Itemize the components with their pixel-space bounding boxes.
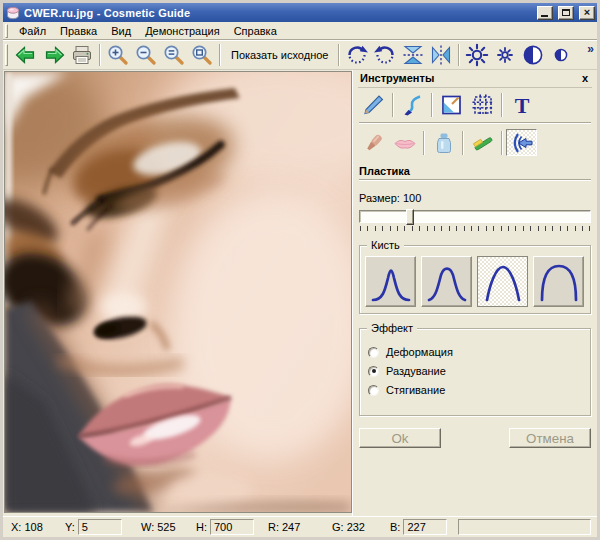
selection-tool-button[interactable] xyxy=(467,91,498,118)
contrast-large-button[interactable] xyxy=(519,42,547,68)
title-bar[interactable]: CWER.ru.jpg - Cosmetic Guide × xyxy=(3,3,597,22)
forward-button[interactable] xyxy=(40,42,68,68)
text-tool-button[interactable]: T xyxy=(506,91,537,118)
contrast-large-icon xyxy=(521,43,545,67)
text-tool-icon: T xyxy=(509,93,535,117)
minimize-button[interactable] xyxy=(537,6,553,20)
menu-edit[interactable]: Правка xyxy=(53,23,104,39)
toothbrush-tool-icon xyxy=(470,131,496,155)
status-y-box: 5 xyxy=(78,519,122,535)
status-g-label: G: xyxy=(332,521,344,533)
rotate-ccw-icon xyxy=(373,43,397,67)
status-w-label: W: xyxy=(141,521,154,533)
brightness-small-button[interactable] xyxy=(491,42,519,68)
tool-separator xyxy=(392,93,394,117)
brush-groupbox: Кисть xyxy=(359,245,591,314)
menu-help[interactable]: Справка xyxy=(227,23,284,39)
status-bar: X: 108 Y: 5 W: 525 H: 700 R: 247 G: 232 … xyxy=(3,516,597,537)
effect-option-deformation[interactable]: Деформация xyxy=(368,346,582,358)
menu-demonstration[interactable]: Демонстрация xyxy=(138,23,227,39)
brush-curve-medium-icon xyxy=(424,260,470,304)
brush-curve-narrow-button[interactable] xyxy=(365,256,416,307)
maximize-icon xyxy=(562,9,570,16)
close-button[interactable]: × xyxy=(579,6,595,20)
print-icon xyxy=(70,43,94,67)
zoom-in-icon xyxy=(106,43,130,67)
status-x-label: X: xyxy=(11,521,21,533)
liquify-tool-icon xyxy=(509,131,535,155)
size-slider-thumb[interactable] xyxy=(406,209,414,225)
toolbar-separator xyxy=(458,44,460,66)
show-original-button[interactable]: Показать исходное xyxy=(224,43,335,67)
brightness-small-icon xyxy=(493,43,517,67)
pen-tool-icon xyxy=(361,93,387,117)
menu-grip[interactable] xyxy=(5,24,8,38)
slider-tick-marks xyxy=(360,226,590,231)
status-g-value: 232 xyxy=(347,521,365,533)
menu-bar: Файл Правка Вид Демонстрация Справка xyxy=(3,22,597,40)
brightness-large-button[interactable] xyxy=(463,42,491,68)
ok-button[interactable]: Ok xyxy=(359,428,441,448)
contrast-small-button[interactable] xyxy=(547,42,575,68)
tool-separator xyxy=(423,131,425,155)
brush-curve-dome-icon xyxy=(536,260,582,304)
brush-curve-medium-button[interactable] xyxy=(421,256,472,307)
rotate-ccw-button[interactable] xyxy=(371,42,399,68)
radio-icon-checked[interactable] xyxy=(368,366,379,377)
tools-panel-title: Инструменты xyxy=(360,72,434,84)
toolbar-separator xyxy=(219,44,221,66)
flip-horizontal-button[interactable] xyxy=(427,42,455,68)
lips-tool-button[interactable] xyxy=(389,129,420,156)
brush-curve-narrow-icon xyxy=(368,260,414,304)
status-b-label: B: xyxy=(390,521,400,533)
panel-close-button[interactable]: x xyxy=(579,72,591,84)
zoom-fit-button[interactable] xyxy=(188,42,216,68)
maximize-button[interactable] xyxy=(558,6,574,20)
zoom-out-icon xyxy=(134,43,158,67)
zoom-actual-button[interactable] xyxy=(160,42,188,68)
status-h-label: H: xyxy=(196,521,207,533)
rotate-cw-icon xyxy=(345,43,369,67)
zoom-in-button[interactable] xyxy=(104,42,132,68)
flip-vertical-button[interactable] xyxy=(399,42,427,68)
toolbar-separator xyxy=(338,44,340,66)
tools-panel: Инструменты x xyxy=(352,70,597,516)
status-b-value: 227 xyxy=(407,521,425,533)
status-message-box xyxy=(458,519,591,535)
forward-icon xyxy=(42,43,66,67)
cancel-button[interactable]: Отмена xyxy=(509,428,591,448)
radio-icon[interactable] xyxy=(368,385,379,396)
app-window: CWER.ru.jpg - Cosmetic Guide × Файл Прав… xyxy=(0,0,600,540)
effect-option-pucker[interactable]: Стягивание xyxy=(368,384,582,396)
print-button[interactable] xyxy=(68,42,96,68)
status-r: R: 247 xyxy=(268,521,326,533)
radio-icon[interactable] xyxy=(368,347,379,358)
tool-row-2 xyxy=(358,126,592,158)
toolbar-grip[interactable] xyxy=(5,44,8,66)
pen-tool-button[interactable] xyxy=(358,91,389,118)
powder-tool-icon xyxy=(431,131,457,155)
rotate-cw-button[interactable] xyxy=(343,42,371,68)
zoom-actual-icon xyxy=(162,43,186,67)
menu-file[interactable]: Файл xyxy=(12,23,53,39)
brush-curve-wide-button[interactable] xyxy=(477,256,528,307)
status-w: W: 525 xyxy=(141,521,196,533)
size-slider[interactable] xyxy=(359,210,591,223)
menu-view[interactable]: Вид xyxy=(104,23,138,39)
brush-tool-button[interactable] xyxy=(397,91,428,118)
plastika-section-title: Пластика xyxy=(359,165,591,177)
zoom-out-button[interactable] xyxy=(132,42,160,68)
back-button[interactable] xyxy=(12,42,40,68)
brush-curve-dome-button[interactable] xyxy=(533,256,584,307)
liquify-tool-button[interactable] xyxy=(506,129,537,156)
contrast-small-icon xyxy=(549,43,573,67)
effect-option-label: Раздувание xyxy=(386,365,446,377)
effect-option-inflate[interactable]: Раздувание xyxy=(368,365,582,377)
toothbrush-tool-button[interactable] xyxy=(467,129,498,156)
toolbar-overflow-chevron[interactable]: » xyxy=(587,41,594,56)
status-r-value: 247 xyxy=(282,521,300,533)
resize-tool-button[interactable] xyxy=(436,91,467,118)
concealer-tool-button[interactable] xyxy=(358,129,389,156)
powder-tool-button[interactable] xyxy=(428,129,459,156)
portrait-photo[interactable] xyxy=(4,71,352,513)
